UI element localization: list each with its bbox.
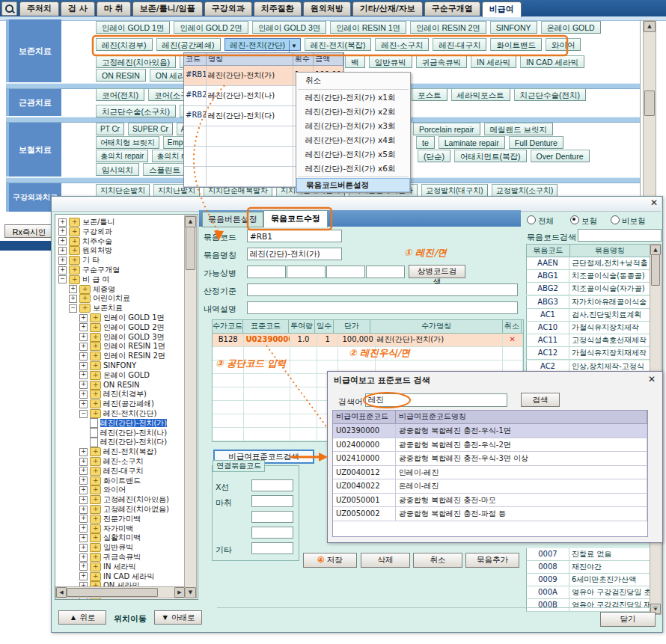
expand-icon[interactable]: + — [69, 295, 77, 303]
scrollbar-thumb[interactable] — [651, 254, 660, 286]
list-item[interactable]: ABG1치조골이식술(동종골) — [526, 270, 651, 283]
treatment-button[interactable]: 레진-소구치 — [375, 38, 429, 51]
treatment-button[interactable]: 백 — [345, 55, 365, 68]
scrollbar-thumb[interactable] — [67, 588, 158, 597]
list-item[interactable]: 0008재진야간 — [526, 561, 651, 574]
search-button[interactable]: 검색 — [521, 393, 560, 407]
tree-item[interactable]: −비 급 여 — [58, 275, 109, 284]
treatment-button[interactable]: 어태치먼트(복잡) — [454, 150, 527, 162]
tree-item[interactable]: +구강외과 — [58, 227, 112, 236]
main-tab-검 사[interactable]: 검 사 — [61, 1, 95, 16]
expand-icon[interactable]: + — [79, 352, 88, 361]
radio-option-전체[interactable]: 전체 — [527, 215, 554, 227]
list-item[interactable]: 00096세미만초진가산액 — [526, 574, 651, 586]
treatment-button[interactable]: 레진(치경부) — [96, 38, 153, 51]
disease-code-search-button[interactable]: 상병코드검색 — [409, 265, 465, 278]
etc-input[interactable] — [251, 542, 293, 554]
treatment-button[interactable]: 메릴랜드 브릿지 — [484, 123, 553, 135]
expand-icon[interactable]: + — [79, 572, 88, 580]
xray-input[interactable] — [251, 479, 293, 491]
scroll-left-icon[interactable]: ◀ — [56, 587, 67, 598]
tab-bundle-code-edit[interactable]: 묶음코드수정 — [263, 210, 328, 227]
main-tab-보존/틀니/임플[interactable]: 보존/틀니/임플 — [132, 1, 203, 16]
expand-icon[interactable]: + — [69, 285, 77, 293]
tree-item[interactable]: +인레이 GOLD 3면 — [79, 332, 165, 342]
tree-item[interactable]: +보존/틀니 — [58, 217, 114, 227]
move-down-button[interactable]: ▼ 아래로 — [154, 610, 202, 625]
treatment-button[interactable]: 화이트밴드 — [490, 38, 542, 51]
list-item[interactable]: AC12가철식유지장치재제작 — [526, 347, 651, 360]
disease-input-1[interactable] — [247, 266, 286, 278]
expand-icon[interactable]: + — [79, 467, 88, 475]
tree-item[interactable]: +치주수술 — [58, 236, 112, 246]
treatment-button[interactable]: (단순) — [418, 150, 450, 162]
main-tab-비급여[interactable]: 비급여 — [482, 1, 522, 17]
context-menu-item[interactable]: 레진(간단)-전치(가) x6회 — [296, 162, 410, 176]
main-tab-치주질환[interactable]: 치주질환 — [254, 1, 302, 16]
tree-item[interactable]: +ON RESIN — [79, 380, 140, 390]
list-item[interactable]: 000A영유아 구강검진당일 초진료 — [526, 586, 651, 599]
expand-icon[interactable]: + — [79, 381, 88, 389]
treatment-button[interactable]: 교정발치(대구치) — [421, 184, 488, 197]
dialog-titlebar[interactable]: 묶음버튼설정 — [52, 197, 661, 212]
tree-item[interactable]: +어린이치료 — [69, 293, 130, 303]
subdialog-close-icon[interactable]: ✕ — [647, 374, 657, 384]
treatment-button[interactable]: 스플린트 — [143, 163, 186, 176]
expand-icon[interactable]: + — [79, 362, 88, 370]
treatment-button[interactable]: 레진(공간폐쇄) — [156, 38, 221, 51]
treatment-button[interactable]: 온레이 GOLD — [541, 21, 601, 34]
tree-item[interactable]: 레진(간단)-전치(가) — [90, 418, 167, 428]
treatment-button[interactable]: 포스트 — [412, 88, 447, 101]
treatment-button[interactable]: Laminate repair — [439, 136, 505, 149]
expand-icon[interactable]: + — [79, 400, 88, 408]
bundle-search-input[interactable] — [578, 229, 662, 242]
treatment-button[interactable]: 인레이 RESIN 2면 — [410, 21, 486, 34]
tree-item[interactable]: +실활치미백 — [79, 533, 141, 542]
tree-item[interactable]: +전문가미백 — [79, 514, 141, 524]
context-menu-item[interactable]: 취소 — [296, 73, 410, 88]
treatment-button[interactable]: 치근단수술(전치) — [514, 88, 587, 101]
scroll-down-icon[interactable]: ▼ — [185, 587, 196, 598]
treatment-button[interactable]: 인레이 GOLD 3면 — [252, 21, 326, 34]
context-menu-item[interactable]: 레진(간단)-전치(가) x3회 — [296, 119, 410, 133]
expand-icon[interactable]: + — [79, 390, 88, 399]
description-input[interactable] — [247, 301, 518, 314]
expand-icon[interactable]: + — [79, 323, 88, 331]
save-button[interactable]: ④ 저장 — [303, 553, 357, 568]
expand-icon[interactable]: + — [58, 247, 67, 255]
disease-input-4[interactable] — [366, 266, 405, 278]
link-input-4[interactable] — [251, 527, 293, 539]
add-bundle-button[interactable]: 묶음추가 — [465, 553, 519, 568]
treatment-button[interactable]: PT Cr — [96, 123, 124, 135]
bundle-name-input[interactable] — [247, 248, 342, 260]
scrollbar-thumb[interactable] — [644, 91, 655, 116]
anesthesia-input[interactable] — [251, 495, 293, 507]
expand-icon[interactable]: + — [79, 371, 88, 379]
main-tab-기타/산재/자보[interactable]: 기타/산재/자보 — [352, 1, 423, 16]
tree-item[interactable]: −레진-전치(간단) — [79, 408, 156, 418]
treatment-button[interactable]: 레진-대구치 — [433, 38, 486, 51]
window-scrollbar[interactable]: ▲ — [643, 20, 656, 197]
delete-button[interactable]: 삭제 — [361, 553, 410, 568]
expand-icon[interactable]: + — [79, 314, 88, 322]
table-row[interactable]: B128U023900001.01100,000레진(간단)-전치(가)✕ — [213, 334, 523, 347]
tree-item[interactable]: 레진(간단)-전치(나) — [90, 428, 167, 438]
disease-input-2[interactable] — [287, 266, 326, 278]
treatment-button[interactable]: te — [416, 136, 435, 149]
tree-item[interactable]: +구순구개열 — [58, 265, 120, 275]
cancel-icon[interactable]: ✕ — [503, 334, 523, 346]
collapse-icon[interactable]: − — [58, 275, 67, 283]
context-menu-item[interactable]: 레진(간단)-전치(가) x4회 — [296, 133, 410, 147]
tree-item[interactable]: +자가미백 — [79, 524, 133, 533]
tree-item[interactable]: +레진-소구치 — [79, 456, 144, 466]
treatment-button[interactable]: Full Denture — [509, 136, 563, 149]
treatment-button[interactable]: 총의치 repair — [96, 150, 148, 162]
treatment-button[interactable]: 교정발치(소구치) — [492, 184, 558, 197]
tree-item[interactable]: +레진-전치(복잡) — [79, 447, 156, 456]
list-item[interactable]: 0007진찰료 없음 — [526, 548, 651, 561]
expand-icon[interactable]: + — [79, 544, 88, 552]
expand-icon[interactable]: + — [79, 333, 88, 341]
treatment-button[interactable]: 인레이 RESIN 1면 — [330, 21, 406, 34]
keyword-input[interactable] — [365, 393, 507, 407]
table-row[interactable]: UZ0040022온레이-레진 — [333, 479, 647, 494]
